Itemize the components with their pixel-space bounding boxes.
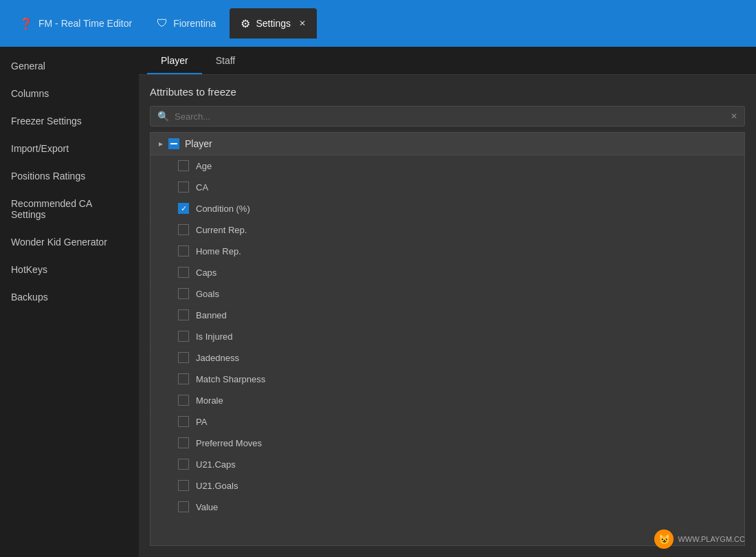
label-u21-goals: U21.Goals: [196, 481, 238, 491]
tree-items-list: AgeCA✓Condition (%)Current Rep.Home Rep.…: [151, 155, 744, 518]
tab-fiorentina-label: Fiorentina: [173, 18, 216, 29]
label-home-rep: Home Rep.: [196, 246, 241, 256]
tab-settings-label: Settings: [256, 18, 291, 29]
tree-item-u21-caps[interactable]: U21.Caps: [151, 454, 744, 475]
label-banned: Banned: [196, 310, 227, 320]
tab-fm-editor[interactable]: ❓ FM - Real Time Editor: [8, 8, 143, 39]
tree-item-preferred-moves[interactable]: Preferred Moves: [151, 433, 744, 454]
tree-item-match-sharpness[interactable]: Match Sharpness: [151, 369, 744, 390]
label-u21-caps: U21.Caps: [196, 459, 236, 470]
settings-icon: ⚙: [241, 17, 250, 30]
tab-player[interactable]: Player: [147, 47, 202, 74]
checkmark-condition: ✓: [181, 205, 187, 212]
checkbox-u21-goals[interactable]: [178, 480, 189, 491]
content-area: Player Staff Attributes to freeze 🔍 ✕ ▸: [139, 47, 756, 557]
label-caps: Caps: [196, 267, 216, 278]
tree-item-home-rep[interactable]: Home Rep.: [151, 241, 744, 262]
checkbox-match-sharpness[interactable]: [178, 373, 189, 384]
tree-item-goals[interactable]: Goals: [151, 283, 744, 305]
tree-item-value[interactable]: Value: [151, 496, 744, 518]
label-ca: CA: [196, 182, 208, 193]
collapse-arrow-icon[interactable]: ▸: [159, 139, 163, 149]
player-header-checkbox[interactable]: [168, 138, 179, 149]
label-preferred-moves: Preferred Moves: [196, 438, 262, 448]
tree-header-player[interactable]: ▸ Player: [151, 133, 744, 155]
tree-item-u21-goals[interactable]: U21.Goals: [151, 475, 744, 496]
tree-item-age[interactable]: Age: [151, 155, 744, 177]
sidebar-item-recommended-ca-settings[interactable]: Recommended CA Settings: [0, 190, 139, 228]
label-match-sharpness: Match Sharpness: [196, 374, 265, 384]
sidebar-item-positions-ratings[interactable]: Positions Ratings: [0, 162, 139, 190]
checkbox-home-rep[interactable]: [178, 245, 189, 256]
checkbox-pa[interactable]: [178, 416, 189, 427]
sidebar-item-wonder-kid-generator[interactable]: Wonder Kid Generator: [0, 228, 139, 256]
checkbox-is-injured[interactable]: [178, 331, 189, 342]
checkbox-goals[interactable]: [178, 288, 189, 299]
settings-close-icon[interactable]: ✕: [299, 19, 306, 28]
checkbox-age[interactable]: [178, 160, 189, 171]
search-input[interactable]: [175, 111, 725, 122]
label-age: Age: [196, 161, 212, 171]
watermark-text: WWW.PLAYGM.CC: [678, 535, 745, 543]
tree-item-jadedness[interactable]: Jadedness: [151, 347, 744, 369]
sidebar-item-freezer-settings[interactable]: Freezer Settings: [0, 107, 139, 135]
watermark-icon: 😺: [654, 529, 674, 549]
tree-item-banned[interactable]: Banned: [151, 305, 744, 326]
indeterminate-mark: [170, 143, 177, 144]
checkbox-ca[interactable]: [178, 182, 189, 193]
tab-fiorentina[interactable]: 🛡 Fiorentina: [146, 8, 227, 39]
checkbox-current-rep[interactable]: [178, 224, 189, 235]
search-bar: 🔍 ✕: [150, 106, 745, 127]
label-goals: Goals: [196, 289, 219, 299]
label-pa: PA: [196, 417, 207, 427]
title-bar: ❓ FM - Real Time Editor 🛡 Fiorentina ⚙ S…: [0, 0, 756, 47]
checkbox-u21-caps[interactable]: [178, 459, 189, 470]
content-tab-bar: Player Staff: [139, 47, 756, 75]
tree-item-is-injured[interactable]: Is Injured: [151, 326, 744, 347]
label-value: Value: [196, 502, 218, 512]
sidebar-item-general[interactable]: General: [0, 52, 139, 80]
checkbox-preferred-moves[interactable]: [178, 437, 189, 448]
label-jadedness: Jadedness: [196, 353, 239, 363]
tree-header-label: Player: [185, 138, 212, 149]
tree-item-caps[interactable]: Caps: [151, 262, 744, 283]
label-condition: Condition (%): [196, 204, 250, 214]
attributes-section: Attributes to freeze 🔍 ✕ ▸ Player Ag: [139, 75, 756, 557]
checkbox-value[interactable]: [178, 501, 189, 512]
tab-fm-editor-label: FM - Real Time Editor: [38, 18, 132, 29]
checkbox-banned[interactable]: [178, 309, 189, 320]
tree-item-condition[interactable]: ✓Condition (%): [151, 198, 744, 219]
checkbox-morale[interactable]: [178, 395, 189, 406]
tree-item-morale[interactable]: Morale: [151, 390, 744, 411]
clear-search-icon[interactable]: ✕: [731, 111, 737, 121]
checkbox-caps[interactable]: [178, 267, 189, 278]
fm-editor-icon: ❓: [19, 17, 33, 30]
watermark: 😺 WWW.PLAYGM.CC: [654, 529, 745, 549]
sidebar-item-backups[interactable]: Backups: [0, 283, 139, 311]
label-current-rep: Current Rep.: [196, 225, 247, 235]
sidebar-item-columns[interactable]: Columns: [0, 80, 139, 107]
label-morale: Morale: [196, 395, 223, 406]
tree-item-ca[interactable]: CA: [151, 177, 744, 198]
tab-settings[interactable]: ⚙ Settings ✕: [230, 8, 317, 39]
checkbox-condition[interactable]: ✓: [178, 203, 189, 214]
main-layout: General Columns Freezer Settings Import/…: [0, 47, 756, 557]
tree-container[interactable]: ▸ Player AgeCA✓Condition (%)Current Rep.…: [150, 132, 745, 546]
tree-item-pa[interactable]: PA: [151, 411, 744, 433]
fiorentina-icon: 🛡: [157, 17, 168, 30]
tab-staff[interactable]: Staff: [202, 47, 249, 74]
sidebar-item-import-export[interactable]: Import/Export: [0, 135, 139, 162]
tree-item-current-rep[interactable]: Current Rep.: [151, 219, 744, 241]
label-is-injured: Is Injured: [196, 331, 232, 342]
section-title: Attributes to freeze: [150, 86, 745, 98]
sidebar: General Columns Freezer Settings Import/…: [0, 47, 139, 557]
checkbox-jadedness[interactable]: [178, 352, 189, 363]
sidebar-item-hotkeys[interactable]: HotKeys: [0, 256, 139, 283]
search-icon: 🔍: [157, 111, 169, 122]
